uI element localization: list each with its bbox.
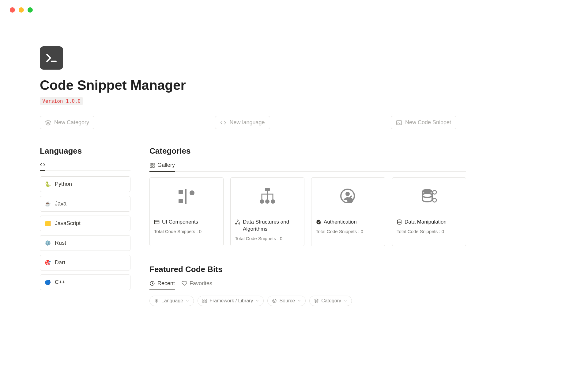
tab-favorites[interactable]: Favorites	[182, 280, 212, 290]
page-title: Code Snippet Manager	[40, 78, 548, 93]
chevron-down-icon	[297, 299, 301, 303]
svg-rect-31	[205, 301, 207, 303]
language-item-cpp[interactable]: 🔵 C++	[40, 274, 130, 290]
algorithm-cover	[231, 178, 304, 216]
card-title: Data Structures and Algorithms	[243, 219, 300, 233]
rust-icon: ⚙️	[44, 240, 51, 246]
card-title: Authentication	[324, 219, 357, 226]
language-item-python[interactable]: 🐍 Python	[40, 176, 130, 192]
chevron-down-icon	[186, 299, 189, 303]
tab-gallery[interactable]: Gallery	[149, 162, 175, 171]
language-label: Java	[55, 201, 66, 207]
card-title: Data Manipulation	[405, 219, 447, 226]
action-row: New Category New language New Code Snipp…	[40, 116, 456, 129]
layers-icon	[45, 120, 51, 126]
filter-language[interactable]: Language	[149, 296, 194, 306]
svg-point-21	[345, 192, 350, 196]
svg-point-16	[271, 199, 275, 204]
tab-recent-label: Recent	[157, 280, 175, 287]
sparkle-icon	[154, 298, 159, 303]
svg-rect-8	[179, 199, 183, 203]
snippet-count: Total Code Snippets : 0	[316, 229, 381, 234]
javascript-icon: 🟨	[44, 220, 51, 226]
filter-label: Source	[279, 298, 295, 304]
languages-section: Languages 🐍 Python ☕ Java 🟨 JavaScript	[40, 146, 130, 306]
verified-icon	[316, 219, 321, 225]
ui-components-cover	[150, 178, 223, 216]
svg-rect-10	[185, 189, 187, 204]
window-controls	[0, 0, 588, 13]
window-close[interactable]	[10, 7, 15, 13]
svg-rect-29	[205, 299, 207, 301]
svg-rect-5	[150, 166, 152, 167]
languages-tab-code[interactable]	[40, 162, 45, 171]
languages-title: Languages	[40, 146, 130, 156]
snippet-count: Total Code Snippets : 0	[397, 229, 462, 234]
svg-point-14	[260, 199, 264, 204]
category-card-ui-components[interactable]: UI Components Total Code Snippets : 0	[149, 177, 224, 246]
svg-rect-13	[265, 188, 270, 191]
filter-source[interactable]: Source	[267, 296, 306, 306]
svg-point-32	[273, 299, 276, 303]
tab-favorites-label: Favorites	[190, 280, 212, 287]
svg-point-19	[239, 223, 240, 224]
language-label: C++	[55, 279, 65, 286]
chevron-down-icon	[255, 299, 259, 303]
window-maximize[interactable]	[28, 7, 33, 13]
new-category-button[interactable]: New Category	[40, 116, 94, 129]
language-item-rust[interactable]: ⚙️ Rust	[40, 235, 130, 251]
hierarchy-icon	[235, 219, 240, 225]
new-snippet-label: New Code Snippet	[405, 119, 451, 126]
featured-tabs: Recent Favorites	[149, 280, 466, 290]
version-badge: Version 1.0.0	[40, 97, 83, 105]
gallery-icon	[149, 163, 155, 168]
svg-rect-6	[153, 166, 154, 167]
svg-rect-7	[179, 190, 183, 194]
language-label: Dart	[55, 259, 65, 266]
terminal-small-icon	[396, 120, 402, 126]
java-icon: ☕	[44, 201, 51, 207]
new-snippet-button[interactable]: New Code Snippet	[391, 116, 456, 129]
svg-rect-1	[397, 121, 402, 125]
card-title: UI Components	[162, 219, 198, 226]
window-icon	[154, 219, 160, 225]
svg-rect-30	[203, 301, 204, 303]
new-category-label: New Category	[54, 119, 89, 126]
tab-recent[interactable]: Recent	[149, 280, 175, 290]
heart-icon	[182, 281, 187, 286]
filter-row: Language Framework / Library Source	[149, 296, 466, 306]
svg-point-9	[190, 190, 194, 195]
category-card-authentication[interactable]: Authentication Total Code Snippets : 0	[311, 177, 385, 246]
data-cover	[392, 178, 466, 216]
python-icon: 🐍	[44, 181, 51, 187]
code-icon	[40, 162, 45, 167]
grid-icon	[202, 298, 207, 303]
language-label: Rust	[55, 240, 66, 246]
category-card-data-structures[interactable]: Data Structures and Algorithms Total Cod…	[230, 177, 304, 246]
svg-point-33	[274, 300, 275, 301]
snippet-count: Total Code Snippets : 0	[154, 229, 219, 234]
cpp-icon: 🔵	[44, 279, 51, 285]
categories-tabs: Gallery	[149, 162, 466, 172]
new-language-button[interactable]: New language	[215, 116, 270, 129]
target-icon	[272, 298, 277, 303]
language-label: Python	[55, 181, 72, 187]
language-item-java[interactable]: ☕ Java	[40, 196, 130, 212]
language-item-javascript[interactable]: 🟨 JavaScript	[40, 216, 130, 231]
filter-framework[interactable]: Framework / Library	[198, 296, 264, 306]
filter-category[interactable]: Category	[309, 296, 352, 306]
tab-gallery-label: Gallery	[157, 162, 175, 168]
database-icon	[397, 219, 402, 225]
svg-rect-28	[203, 299, 204, 301]
svg-point-25	[433, 198, 436, 202]
category-card-data-manipulation[interactable]: Data Manipulation Total Code Snippets : …	[392, 177, 466, 246]
categories-section: Categories Gallery	[149, 146, 466, 246]
language-item-dart[interactable]: 🎯 Dart	[40, 255, 130, 270]
languages-tabs	[40, 162, 130, 171]
languages-list: 🐍 Python ☕ Java 🟨 JavaScript ⚙️ Rust 🎯	[40, 176, 130, 290]
window-minimize[interactable]	[19, 7, 24, 13]
svg-rect-11	[155, 220, 159, 224]
layers-icon	[314, 298, 319, 303]
svg-point-15	[265, 199, 270, 204]
svg-rect-3	[150, 163, 152, 165]
